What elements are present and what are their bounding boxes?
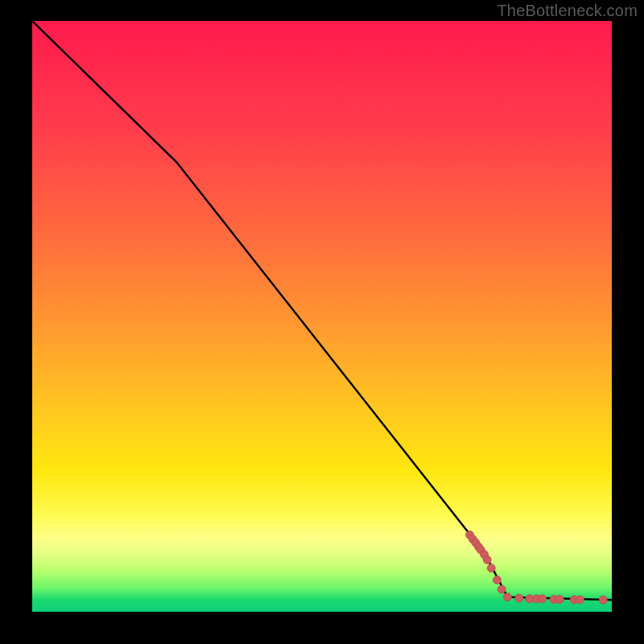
data-point-marker xyxy=(599,596,607,604)
data-point-marker xyxy=(483,555,491,564)
marker-group xyxy=(466,531,608,605)
chart-stage: TheBottleneck.com xyxy=(0,0,644,644)
data-point-marker xyxy=(539,595,547,603)
data-point-marker xyxy=(493,576,501,584)
data-point-marker xyxy=(503,593,511,601)
watermark-text: TheBottleneck.com xyxy=(497,2,638,20)
main-curve xyxy=(32,21,612,600)
data-point-marker xyxy=(555,596,564,604)
data-point-marker xyxy=(487,564,495,572)
data-point-marker xyxy=(576,596,584,604)
data-point-marker xyxy=(515,594,523,602)
chart-overlay-svg xyxy=(32,21,612,612)
plot-area xyxy=(32,21,612,612)
data-point-marker xyxy=(497,585,506,593)
